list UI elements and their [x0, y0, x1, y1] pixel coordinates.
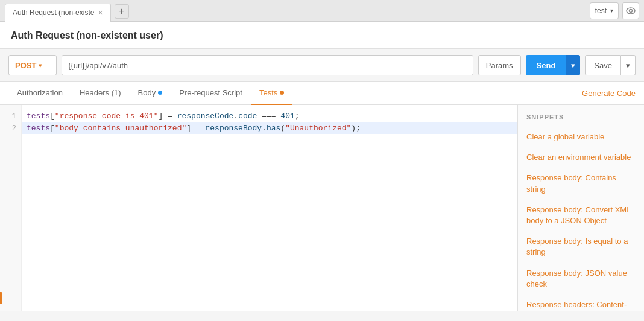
snippet-item-body-contains[interactable]: Response body: Contains string [518, 168, 644, 199]
save-button[interactable]: Save [585, 55, 621, 75]
method-select[interactable]: POST ▾ [8, 55, 57, 75]
snippet-item-clear-env[interactable]: Clear an environment variable [518, 147, 644, 168]
url-input[interactable] [62, 55, 473, 75]
request-name: Auth Request (non-existent user) [11, 30, 163, 40]
line-number-2: 2 [0, 122, 21, 134]
code-lines[interactable]: tests["response code is 401"] = response… [22, 105, 517, 311]
snippets-panel: SNIPPETS Clear a global variable Clear a… [517, 105, 644, 311]
tab-authorization-label: Authorization [17, 88, 63, 97]
url-bar: POST ▾ Params Send ▾ Save ▾ [0, 49, 644, 82]
eye-icon [626, 7, 636, 14]
method-label: POST [15, 61, 36, 70]
code-key-2: tests [27, 124, 50, 133]
code-line-2: tests["body contains unauthorized"] = re… [22, 122, 517, 134]
line-number-1: 1 [0, 110, 21, 122]
send-button[interactable]: Send [526, 55, 567, 75]
orange-strip-indicator [0, 292, 2, 304]
tab-pre-request-label: Pre-request Script [179, 88, 242, 97]
request-tab[interactable]: Auth Request (non-existe × [5, 4, 111, 22]
tab-bar-right: test ▾ [590, 2, 639, 19]
env-chevron-icon: ▾ [610, 7, 613, 14]
body-dot-icon [158, 91, 162, 95]
tab-body-label: Body [138, 88, 156, 97]
tab-close-icon[interactable]: × [98, 8, 103, 17]
send-group: Send ▾ [526, 55, 581, 75]
sub-tabs: Authorization Headers (1) Body Pre-reque… [0, 82, 644, 105]
snippet-item-body-xml[interactable]: Response body: Convert XML body to a JSO… [518, 200, 644, 231]
code-line-1: tests["response code is 401"] = response… [22, 110, 517, 122]
tab-label: Auth Request (non-existe [13, 8, 94, 17]
request-name-bar: Auth Request (non-existent user) [0, 22, 644, 49]
eye-button[interactable] [622, 2, 639, 19]
tab-authorization[interactable]: Authorization [8, 82, 71, 105]
tab-bar: Auth Request (non-existe × + test ▾ [0, 0, 644, 22]
snippet-item-headers-content[interactable]: Response headers: Content- [518, 294, 644, 311]
tab-headers-label: Headers (1) [80, 88, 121, 97]
code-key-1: tests [27, 112, 50, 121]
svg-point-1 [630, 9, 633, 12]
send-chevron-icon: ▾ [571, 61, 575, 70]
line-numbers: 1 2 [0, 105, 22, 311]
snippets-title: SNIPPETS [518, 111, 644, 127]
tab-tests[interactable]: Tests [251, 82, 292, 105]
tests-dot-icon [280, 91, 284, 95]
tab-tests-label: Tests [259, 88, 277, 97]
tab-pre-request[interactable]: Pre-request Script [171, 82, 251, 105]
tab-headers[interactable]: Headers (1) [71, 82, 130, 105]
svg-point-0 [627, 8, 635, 14]
method-chevron-icon: ▾ [39, 62, 42, 69]
save-group: Save ▾ [585, 55, 636, 75]
snippet-item-body-equal[interactable]: Response body: Is equal to a string [518, 231, 644, 262]
params-button[interactable]: Params [478, 55, 521, 75]
save-chevron-icon: ▾ [626, 61, 630, 70]
snippet-item-body-json[interactable]: Response body: JSON value check [518, 263, 644, 294]
main-content: 1 2 tests["response code is 401"] = resp… [0, 105, 644, 311]
generate-code-button[interactable]: Generate Code [582, 89, 636, 98]
save-dropdown-button[interactable]: ▾ [621, 55, 636, 75]
new-tab-button[interactable]: + [115, 4, 129, 19]
tab-body[interactable]: Body [130, 82, 171, 105]
environment-select[interactable]: test ▾ [590, 2, 619, 19]
send-dropdown-button[interactable]: ▾ [566, 55, 580, 75]
code-editor[interactable]: 1 2 tests["response code is 401"] = resp… [0, 105, 517, 311]
snippet-item-clear-global[interactable]: Clear a global variable [518, 127, 644, 147]
env-value: test [595, 7, 607, 15]
